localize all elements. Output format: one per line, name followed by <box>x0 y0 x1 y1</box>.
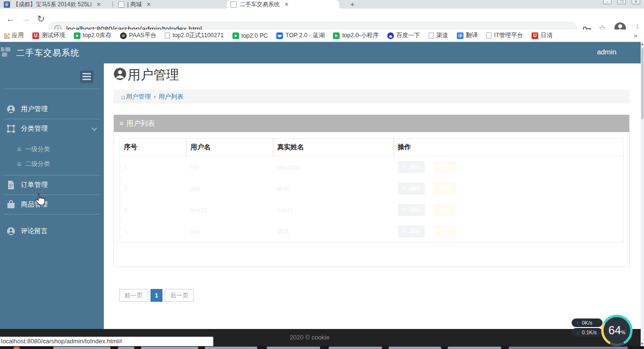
tab-title: 【成都】宝马5系 2014款 525Li <box>13 0 91 9</box>
scrollbar[interactable] <box>641 42 644 346</box>
col-header-no: 序号 <box>120 139 187 156</box>
upload-speed: ↑0K/s <box>572 318 603 327</box>
table-header-row: 序号 用户名 真实姓名 操作 <box>120 139 624 156</box>
new-tab-button[interactable]: + <box>347 0 358 9</box>
sidebar-item-products[interactable]: 商品管理 <box>0 195 104 214</box>
back-icon[interactable]: ← <box>4 12 17 26</box>
sidebar-toggle-hamburger-icon[interactable] <box>80 71 93 83</box>
user-list-panel: ≡ 用户列表 序号 用户名 真实姓名 操作 1 <box>113 114 630 267</box>
list-icon: ≡ <box>120 120 123 127</box>
sidebar-item-users[interactable]: 用户管理 <box>0 99 104 119</box>
minimize-button[interactable]: – <box>603 0 612 4</box>
tab-carshop-active[interactable]: 二手车交易系统 ✕ <box>227 0 339 9</box>
red-u-icon: U <box>32 32 39 39</box>
dark-globe-icon <box>120 32 127 39</box>
reload-icon[interactable]: ↻ <box>34 12 48 26</box>
bookmarks-overflow-icon[interactable]: » <box>634 32 637 39</box>
tab-bmw-listing[interactable]: 家 【成都】宝马5系 2014款 525Li ✕ <box>0 0 111 9</box>
list-icon: ≡ <box>17 145 21 153</box>
bookmark-riqing[interactable]: U日清 <box>532 31 553 40</box>
edit-button[interactable]: ✎ 编辑 <box>398 161 425 173</box>
breadcrumb-separator: › <box>153 93 155 100</box>
sidebar-subitem-level2-category[interactable]: ≡ 二级分类 <box>0 156 104 172</box>
bookmark-it-platform[interactable]: IT管理平台 <box>486 31 523 40</box>
memory-gauge[interactable]: 64% <box>601 315 633 346</box>
list-icon: ≡ <box>17 160 21 168</box>
sidebar-item-categories[interactable]: 分类管理 <box>0 119 104 138</box>
bookmark-miniprogram[interactable]: top2.0-小程序 <box>333 31 378 40</box>
delete-button[interactable]: 删除 <box>433 183 456 195</box>
copyright-text: 2020 © cookie <box>290 334 329 341</box>
chevron-down-icon <box>91 125 97 131</box>
table-body-fading: 1 hjb ldyyyllbs ✎ 编辑删除 2 jete 哈哈 ✎ 编辑删除 <box>120 156 624 243</box>
browser-toolbar: ← → ↻ ⓘ localhost:8080/carshop/admin/toI… <box>0 9 644 30</box>
doc-icon <box>165 32 170 39</box>
taskbar-button <box>141 347 198 349</box>
baidu-paw-icon <box>387 32 394 39</box>
sidebar-divider <box>4 214 100 215</box>
tab-separator <box>112 1 113 7</box>
bookmark-top2-prod[interactable]: top2.0正式1100271 <box>165 31 224 40</box>
scroll-thumb[interactable] <box>641 48 644 119</box>
app-logo-cubes-icon <box>1 47 13 60</box>
lanhu-icon <box>276 32 283 39</box>
logged-in-user[interactable]: admin <box>597 48 616 56</box>
edit-button[interactable]: ✎ 编辑 <box>398 226 425 237</box>
bookmark-baidu[interactable]: 百度一下 <box>387 31 420 40</box>
current-page-button[interactable]: 1 <box>151 289 162 302</box>
green-play-icon <box>232 32 239 39</box>
status-bar-url: localhost:8080/carshop/admin/toIndex.htm… <box>0 337 213 346</box>
bookmark-paas[interactable]: PAAS平台 <box>120 31 156 40</box>
prev-page-button[interactable]: 前一页 <box>119 289 148 302</box>
scroll-up-icon[interactable] <box>641 43 644 45</box>
table-row: 2 jete 哈哈 ✎ 编辑删除 <box>120 178 624 199</box>
breadcrumb-section-link[interactable]: 用户管理 <box>126 92 151 101</box>
download-speed: ↓0.1K/s <box>572 328 603 337</box>
tab-close-icon[interactable]: ✕ <box>146 1 151 8</box>
bookmark-top2-stock[interactable]: top2.0库存 <box>74 31 111 40</box>
tab-close-icon[interactable]: ✕ <box>284 1 289 8</box>
bookmarks-bar: 应用 U测试环境 top2.0库存 PAAS平台 top2.0正式1100271… <box>0 30 644 42</box>
network-speed-widget[interactable]: ↑0K/s ↓0.1K/s 64% <box>572 318 603 338</box>
table-row: 1 hjb ldyyyllbs ✎ 编辑删除 <box>120 156 624 178</box>
table-row: 4 test11 test11 ✎ 编辑删除 <box>120 199 624 221</box>
red-u-icon: U <box>532 32 538 39</box>
forward-icon[interactable]: → <box>19 12 32 26</box>
tab-close-icon[interactable]: ✕ <box>96 1 101 8</box>
table-row: 6 test 测试 ✎ 编辑删除 <box>120 221 624 243</box>
tab-mall[interactable]: | 商城 ✕ <box>114 0 225 9</box>
taskbar-button <box>389 347 441 349</box>
breadcrumb-current[interactable]: 用户列表 <box>159 92 183 101</box>
bookmark-apps[interactable]: 应用 <box>4 31 24 40</box>
delete-button[interactable]: 删除 <box>433 226 456 237</box>
sidebar-item-comments[interactable]: 评论留言 <box>0 221 104 241</box>
close-button[interactable]: ✕ <box>632 0 640 4</box>
taskbar-button <box>329 347 382 349</box>
bag-icon <box>6 200 16 208</box>
taskbar-button <box>448 347 501 349</box>
bookmark-test-env[interactable]: U测试环境 <box>32 31 65 40</box>
sidebar-subitem-level1-category[interactable]: ≡ 一级分类 <box>0 141 104 157</box>
category-icon <box>6 124 16 133</box>
tab1-favicon: 家 <box>4 1 10 8</box>
scroll-down-icon[interactable] <box>641 343 644 345</box>
bookmark-lanhu[interactable]: TOP 2.0 - 蓝湖 <box>276 31 324 40</box>
bookmark-translate[interactable]: 译翻译 <box>457 31 478 40</box>
restore-button[interactable]: ❐ <box>617 0 626 4</box>
delete-button[interactable]: 删除 <box>433 204 456 216</box>
taskbar-button <box>118 347 134 349</box>
green-play-icon <box>74 32 80 39</box>
next-page-button[interactable]: 后一页 <box>165 289 194 302</box>
sidebar-item-orders[interactable]: 订单管理 <box>0 175 104 195</box>
taskbar-button <box>205 347 257 349</box>
doc-icon <box>486 32 492 39</box>
home-icon: ⌂ <box>121 93 125 101</box>
bookmark-channel[interactable]: 渠道 <box>429 31 448 40</box>
delete-button[interactable]: 删除 <box>433 161 456 173</box>
bookmark-top2-pc[interactable]: top2.0 PC <box>232 32 268 39</box>
app-title: 二手车交易系统 <box>16 47 80 59</box>
edit-button[interactable]: ✎ 编辑 <box>398 183 425 195</box>
edit-button[interactable]: ✎ 编辑 <box>398 204 425 216</box>
taskbar-button <box>267 347 320 349</box>
mouse-cursor-hand-icon <box>34 193 45 207</box>
